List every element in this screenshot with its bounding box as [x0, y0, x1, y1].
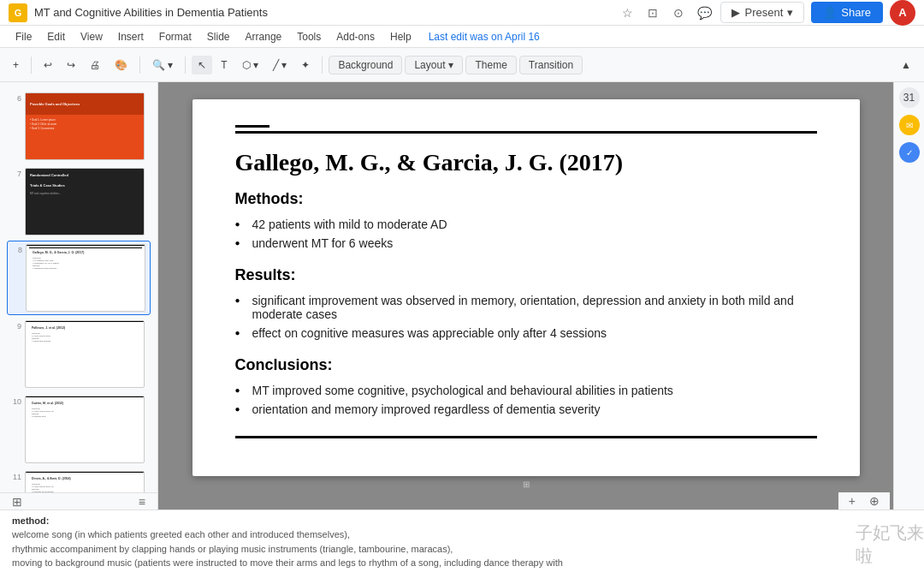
toolbar-lines-btn[interactable]: ╱ ▾ — [267, 56, 293, 74]
top-bar-actions: ☆ ⊡ ⊙ — [618, 3, 688, 22]
toolbar-transition-btn[interactable]: Transition — [519, 56, 583, 74]
bullet-methods-2: underwent MT for 6 weeks — [235, 234, 817, 253]
right-sidebar-yellow-icon[interactable]: ✉ — [899, 115, 920, 135]
toolbar-comment-insert-btn[interactable]: ✦ — [295, 56, 316, 74]
drag-handle[interactable]: ⊞ — [523, 480, 530, 489]
toolbar-undo-btn[interactable]: ↩ — [38, 56, 58, 74]
menu-insert[interactable]: Insert — [111, 29, 151, 45]
watermark: 子妃飞来啦 — [856, 521, 924, 568]
comment-icon[interactable]: 💬 — [695, 3, 714, 22]
avatar[interactable]: A — [890, 0, 915, 26]
conclusions-bullet-list: MT improved some cognitive, psychologica… — [235, 381, 817, 419]
canvas-area: Gallego, M. G., & Garcia, J. G. (2017) M… — [158, 82, 893, 578]
bullet-results-1: significant improvement was observed in … — [235, 291, 817, 324]
bullet-results-2: effect on cognitive measures was appreci… — [235, 324, 817, 343]
right-sidebar: 31 ✉ ✓ — [893, 82, 924, 578]
zoom-out-btn[interactable]: ⊕ — [864, 492, 885, 509]
notes-line-3: moving to background music (patients wer… — [12, 556, 844, 570]
bullet-conclusions-1: MT improved some cognitive, psychologica… — [235, 381, 817, 400]
present-caret-icon: ▾ — [787, 6, 793, 19]
slides-grid-view-btn[interactable]: ⊞ — [7, 493, 27, 510]
menu-arrange[interactable]: Arrange — [239, 29, 289, 45]
menu-file[interactable]: File — [9, 29, 38, 45]
menu-format[interactable]: Format — [152, 29, 198, 45]
slide-top-decoration — [235, 125, 817, 142]
share-button[interactable]: 👤 Share — [811, 2, 883, 23]
cloud-icon[interactable]: ⊙ — [669, 3, 688, 22]
folder-icon[interactable]: ⊡ — [643, 3, 662, 22]
share-person-icon: 👤 — [823, 6, 837, 19]
menu-edit[interactable]: Edit — [40, 29, 72, 45]
slide-thumb-8[interactable]: 8 Gallego, M. G., & Garcia, J. G. (2017)… — [7, 241, 151, 315]
slide-canvas: Gallego, M. G., & Garcia, J. G. (2017) M… — [192, 99, 860, 476]
menu-help[interactable]: Help — [383, 29, 418, 45]
slide-number-6: 6 — [9, 92, 21, 103]
slide-bottom-controls: ⊞ — [523, 480, 530, 489]
toolbar-print-btn[interactable]: 🖨 — [84, 56, 106, 74]
notes-area: method: welcome song (in which patients … — [0, 510, 856, 578]
share-label: Share — [841, 6, 871, 19]
bottom-right-area: 子妃飞来啦 — [856, 510, 924, 578]
bullet-conclusions-2: orientation and memory improved regardle… — [235, 400, 817, 419]
notes-label: method: — [12, 515, 844, 526]
toolbar-shapes-btn[interactable]: ⬡ ▾ — [236, 56, 264, 74]
section-methods-heading: Methods: — [235, 190, 817, 208]
sep2 — [139, 57, 140, 74]
zoom-add-btn[interactable]: + — [844, 492, 861, 509]
bottom-bar: method: welcome song (in which patients … — [0, 509, 924, 578]
slide-thumb-9[interactable]: 9 Pallesen, J. et al. (2012) Methods: • … — [7, 318, 151, 390]
slide-thumb-10[interactable]: 10 Guétin, M. et al. (2012) Methods: • L… — [7, 393, 151, 466]
star-icon[interactable]: ☆ — [618, 3, 637, 22]
toolbar-add-btn[interactable]: + — [7, 56, 25, 74]
last-edit-label: Last edit was on April 16 — [429, 31, 540, 43]
toolbar-zoom-btn[interactable]: 🔍 ▾ — [146, 56, 179, 74]
notes-line-1: welcome song (in which patients greeted … — [12, 527, 844, 542]
slide-thumb-6[interactable]: 6 Possible Goals and Objectives • Goal 1… — [7, 90, 151, 163]
toolbar-background-btn[interactable]: Background — [329, 56, 402, 74]
sep1 — [31, 57, 32, 74]
present-button[interactable]: ▶ Present ▾ — [720, 2, 804, 23]
slide-preview-6: Possible Goals and Objectives • Goal 1: … — [25, 92, 145, 160]
top-bar: G MT and Cognitive Abilities in Dementia… — [0, 0, 924, 26]
app-icon: G — [9, 3, 27, 22]
toolbar-paint-btn[interactable]: 🎨 — [109, 56, 133, 74]
section-conclusions-heading: Conclusions: — [235, 356, 817, 374]
slide-title-line — [235, 131, 817, 134]
slide-thumb-7[interactable]: 7 Randomized Controlled Trials & Case St… — [7, 165, 151, 238]
slide-number-7: 7 — [9, 168, 21, 178]
present-label: Present — [744, 6, 783, 19]
results-bullet-list: significant improvement was observed in … — [235, 291, 817, 343]
toolbar-theme-btn[interactable]: Theme — [465, 56, 516, 74]
menu-addons[interactable]: Add-ons — [329, 29, 382, 45]
menu-slide[interactable]: Slide — [200, 29, 237, 45]
slide-panel-bottom: ⊞ ≡ — [0, 492, 158, 509]
toolbar-textbox-btn[interactable]: T — [215, 56, 233, 74]
slide-preview-8: Gallego, M. G., & Garcia, J. G. (2017) M… — [26, 244, 145, 312]
section-results-heading: Results: — [235, 266, 817, 284]
notes-line-2: rhythmic accompaniment by clapping hands… — [12, 542, 844, 557]
slide-number-10: 10 — [9, 396, 21, 406]
menu-bar: File Edit View Insert Format Slide Arran… — [0, 26, 924, 48]
toolbar: + ↩ ↪ 🖨 🎨 🔍 ▾ ↖ T ⬡ ▾ ╱ ▾ ✦ Background L… — [0, 48, 924, 82]
slide-bottom-line — [235, 436, 817, 438]
slide-number-8: 8 — [10, 244, 22, 254]
toolbar-cursor-btn[interactable]: ↖ — [192, 56, 212, 74]
slide-number-11: 11 — [9, 471, 21, 481]
right-sidebar-check-icon[interactable]: ✓ — [899, 142, 920, 163]
toolbar-layout-btn[interactable]: Layout ▾ — [405, 56, 463, 74]
toolbar-redo-btn[interactable]: ↪ — [61, 56, 81, 74]
slide-dash — [235, 125, 270, 128]
right-sidebar-date-badge[interactable]: 31 — [899, 87, 920, 108]
methods-bullet-list: 42 patients with mild to moderate AD und… — [235, 215, 817, 253]
toolbar-collapse-btn[interactable]: ▲ — [895, 56, 917, 74]
slides-list-view-btn[interactable]: ≡ — [133, 493, 151, 510]
menu-tools[interactable]: Tools — [290, 29, 328, 45]
zoom-controls: + ⊕ — [838, 492, 890, 509]
menu-view[interactable]: View — [74, 29, 110, 45]
slide-preview-7: Randomized Controlled Trials & Case Stud… — [25, 168, 145, 235]
slide-number-9: 9 — [9, 320, 21, 331]
layout-chevron-icon: ▾ — [448, 59, 453, 71]
layout-label: Layout — [414, 59, 445, 71]
slide-main-title: Gallego, M. G., & Garcia, J. G. (2017) — [235, 149, 817, 176]
slide-preview-10: Guétin, M. et al. (2012) Methods: • Lore… — [25, 396, 145, 463]
